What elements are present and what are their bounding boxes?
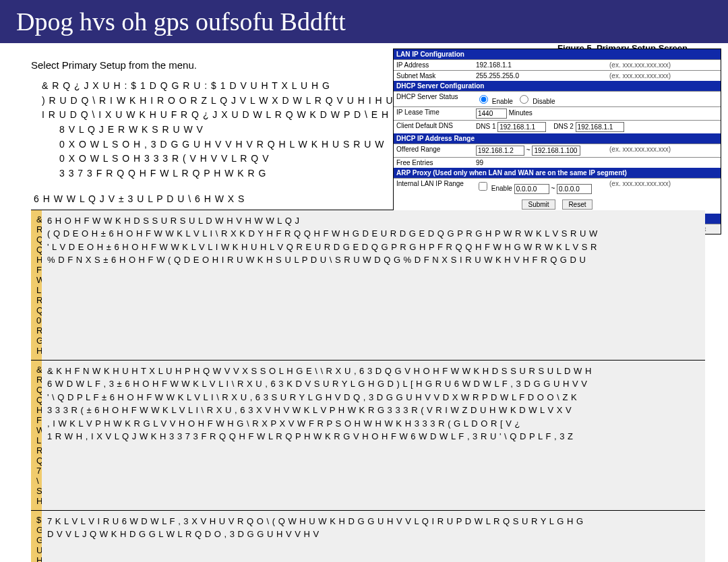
label-free: Free Entries (394, 158, 473, 168)
value-mask: 255.255.255.0 (473, 71, 607, 81)
label-dns: Client Default DNS (394, 121, 473, 133)
arp-pair: Enable ~ (473, 179, 607, 195)
label-lease: IP Lease Time (394, 107, 473, 120)
label-range: Offered Range (394, 144, 473, 157)
settings-value: 7 K L V L V I R U 6 W D W L F , 3 X V H … (42, 510, 705, 562)
screenshot-section-arp: ARP Proxy (Used only when LAN and WAN ar… (394, 168, 721, 195)
label-arp: Internal LAN IP Range (394, 179, 473, 195)
screenshot-section-range: DHCP IP Address Range Offered Range ~ (e… (394, 133, 721, 168)
lease-input[interactable] (476, 108, 507, 119)
settings-table: & R Q Q H F W L R Q 0 R G H6 H O H F W W… (31, 210, 705, 562)
settings-key: $ G G U H V V , Q I R (31, 510, 42, 562)
range1-input[interactable] (476, 146, 524, 156)
dns-pair: DNS 1 DNS 2 (473, 121, 721, 133)
settings-value: 6 H O H F W W K H D S S U R S U L D W H … (42, 210, 705, 360)
arp1-input[interactable] (514, 184, 549, 194)
arp2-input[interactable] (557, 184, 592, 194)
dns1-input[interactable] (497, 122, 546, 132)
label-ip: IP Address (394, 60, 473, 70)
settings-key: & R Q Q H F W L R Q 7 \ S H (31, 360, 42, 510)
label-mask: Subnet Mask (394, 71, 473, 81)
radio-disable[interactable] (520, 95, 528, 104)
hint: (ex. xxx.xxx.xxx.xxx) (607, 71, 721, 81)
reset-button[interactable]: Reset (562, 199, 592, 210)
section-bar: ARP Proxy (Used only when LAN and WAN ar… (394, 168, 721, 178)
dns2-input[interactable] (576, 122, 624, 132)
screenshot-section-dhcp: DHCP Server Configuration DHCP Server St… (394, 81, 721, 133)
screenshot-section-lanip: LAN IP Configuration IP Address192.168.1… (394, 49, 721, 81)
settings-value: & K H F N W K H U H T X L U H P H Q W V … (42, 360, 705, 510)
section-bar: DHCP Server Configuration (394, 81, 721, 91)
hint: (ex. xxx.xxx.xxx.xxx) (607, 60, 721, 70)
section-bar: DHCP IP Address Range (394, 133, 721, 144)
radio-enable[interactable] (479, 95, 488, 104)
label-dhcp-status: DHCP Server Status (394, 92, 473, 106)
range-pair: ~ (473, 144, 607, 157)
value-free: 99 (473, 158, 607, 168)
hint: (ex. xxx.xxx.xxx.xxx) (607, 144, 721, 157)
lease-value: Minutes (473, 107, 607, 120)
value-ip: 192.168.1.1 (473, 60, 607, 70)
range2-input[interactable] (532, 146, 580, 156)
settings-key: & R Q Q H F W L R Q 0 R G H (31, 210, 42, 360)
page-title-banner: Dpog hvs oh gps oufsofu Bddftt (0, 0, 728, 43)
submit-button[interactable]: Submit (522, 199, 555, 210)
primary-setup-screenshot: LAN IP Configuration IP Address192.168.1… (393, 49, 721, 235)
radio-enable-disable[interactable]: Enable Disable (473, 92, 607, 106)
arp-enable-checkbox[interactable] (479, 182, 487, 191)
hint: (ex. xxx.xxx.xxx.xxx) (607, 179, 721, 195)
section-bar: LAN IP Configuration (394, 49, 721, 59)
